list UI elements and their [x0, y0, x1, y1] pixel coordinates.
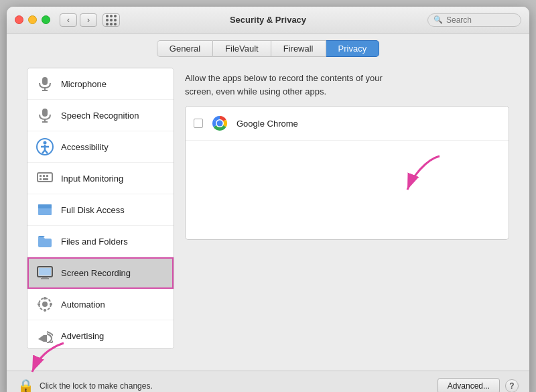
sidebar-wrapper: Microphone Speech Recognition — [27, 62, 174, 371]
svg-rect-13 — [40, 175, 42, 177]
svg-rect-15 — [46, 175, 48, 177]
microphone-icon — [36, 74, 54, 93]
sidebar-label-screen: Screen Recording — [61, 268, 131, 278]
app-item-chrome: Google Chrome — [186, 107, 509, 141]
forward-button[interactable]: › — [80, 13, 97, 27]
advanced-button[interactable]: Advanced... — [438, 378, 500, 393]
minimize-button[interactable] — [28, 15, 37, 24]
sidebar-item-accessibility[interactable]: Accessibility — [27, 131, 174, 163]
tab-firewall[interactable]: Firewall — [271, 40, 326, 57]
svg-point-7 — [44, 141, 47, 145]
sidebar-label-advertising: Advertising — [61, 331, 104, 341]
search-input[interactable] — [446, 15, 515, 25]
grid-button[interactable] — [103, 13, 120, 27]
sidebar-item-automation[interactable]: Automation — [27, 289, 174, 320]
lock-text: Click the lock to make changes. — [40, 381, 153, 391]
apps-list: Google Chrome — [185, 106, 509, 240]
sidebar: Microphone Speech Recognition — [27, 68, 174, 349]
titlebar: ‹ › Security & Privacy 🔍 — [7, 7, 529, 34]
main-panel: Allow the apps below to record the conte… — [185, 62, 509, 371]
bottom-bar: 🔒 Click the lock to make changes. Advanc… — [7, 371, 529, 392]
svg-rect-23 — [42, 277, 48, 278]
svg-rect-14 — [43, 175, 45, 177]
chrome-checkbox[interactable] — [194, 119, 203, 128]
advertising-icon — [36, 326, 54, 345]
tab-privacy[interactable]: Privacy — [326, 40, 380, 57]
svg-rect-18 — [46, 178, 48, 180]
svg-rect-24 — [41, 278, 49, 279]
accessibility-icon — [36, 137, 54, 156]
svg-marker-31 — [38, 335, 44, 342]
search-box[interactable]: 🔍 — [427, 13, 521, 27]
svg-rect-30 — [50, 304, 52, 306]
maximize-button[interactable] — [42, 15, 50, 24]
sidebar-item-screen[interactable]: Screen Recording — [27, 257, 174, 289]
app-name-chrome: Google Chrome — [237, 119, 298, 129]
svg-rect-27 — [44, 297, 46, 300]
chrome-icon — [210, 113, 230, 133]
automation-icon — [36, 295, 54, 314]
sidebar-label-files: Files and Folders — [61, 237, 128, 247]
sidebar-label-automation: Automation — [61, 300, 105, 310]
sidebar-item-disk[interactable]: Full Disk Access — [27, 194, 174, 226]
help-button[interactable]: ? — [505, 379, 519, 393]
sidebar-label-accessibility: Accessibility — [61, 142, 109, 152]
nav-buttons: ‹ › — [60, 13, 120, 27]
content-area: Microphone Speech Recognition — [7, 62, 529, 371]
lock-icon[interactable]: 🔒 — [17, 378, 34, 393]
sidebar-item-files[interactable]: Files and Folders — [27, 226, 174, 257]
svg-line-11 — [45, 150, 48, 153]
tab-general[interactable]: General — [157, 40, 213, 57]
svg-rect-22 — [39, 268, 51, 275]
search-icon: 🔍 — [433, 15, 443, 24]
lock-area: 🔒 Click the lock to make changes. — [17, 378, 153, 393]
svg-rect-20 — [38, 204, 52, 208]
speech-icon — [36, 106, 54, 125]
back-button[interactable]: ‹ — [60, 13, 77, 27]
svg-rect-3 — [42, 109, 48, 117]
sidebar-item-input[interactable]: Input Monitoring — [27, 163, 174, 194]
svg-rect-29 — [38, 304, 40, 306]
sidebar-item-advertising[interactable]: Advertising — [27, 320, 174, 349]
window-title: Security & Privacy — [230, 15, 306, 25]
sidebar-item-speech[interactable]: Speech Recognition — [27, 100, 174, 131]
sidebar-label-input: Input Monitoring — [61, 174, 123, 184]
svg-rect-12 — [38, 173, 52, 182]
sidebar-item-microphone[interactable]: Microphone — [27, 68, 174, 100]
sidebar-label-microphone: Microphone — [61, 79, 107, 89]
close-button[interactable] — [15, 15, 23, 24]
tabs-row: General FileVault Firewall Privacy — [7, 34, 529, 62]
screen-recording-icon — [36, 263, 54, 282]
input-monitoring-icon — [36, 169, 54, 188]
files-icon — [36, 232, 54, 251]
svg-rect-32 — [44, 335, 47, 342]
main-window: ‹ › Security & Privacy 🔍 General FileVau… — [7, 7, 529, 392]
svg-point-35 — [217, 121, 223, 127]
svg-point-25 — [42, 302, 48, 307]
traffic-lights — [15, 15, 50, 24]
sidebar-label-speech: Speech Recognition — [61, 111, 139, 121]
disk-icon — [36, 200, 54, 219]
panel-description: Allow the apps below to record the conte… — [185, 72, 406, 98]
svg-rect-28 — [44, 309, 46, 312]
tab-filevault[interactable]: FileVault — [213, 40, 271, 57]
svg-rect-16 — [40, 178, 42, 180]
sidebar-label-disk: Full Disk Access — [61, 205, 125, 215]
svg-rect-0 — [42, 77, 48, 85]
